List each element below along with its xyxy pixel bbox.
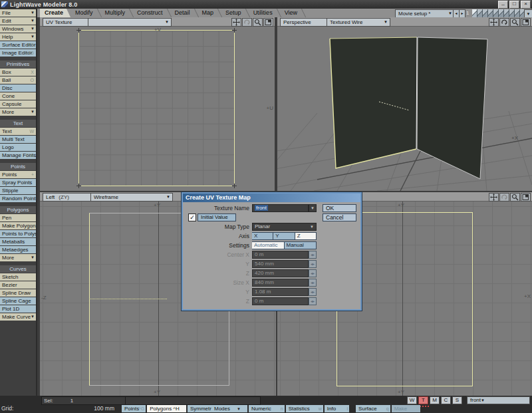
ok-button[interactable]: OK (323, 204, 356, 212)
sidebar-item[interactable]: Spline Cage (0, 297, 36, 305)
sidebar-item[interactable]: Make Curve▼ (0, 313, 36, 321)
uv-render-mode-dropdown[interactable] (88, 18, 172, 27)
maximize-icon[interactable] (521, 193, 531, 202)
layer-button[interactable] (493, 9, 499, 17)
axis-option-button[interactable]: Z (295, 232, 317, 240)
side-render-mode-dropdown[interactable]: Wireframe (90, 193, 173, 202)
vmap-type-button[interactable]: T (418, 396, 428, 404)
sidebar-item[interactable]: Multi Text (0, 136, 36, 143)
layer-button[interactable] (509, 9, 515, 17)
rotate-icon[interactable] (242, 18, 252, 27)
axis-option-button[interactable]: Y (273, 232, 295, 240)
tab[interactable]: Setup (221, 9, 249, 17)
footer-tool-button[interactable]: Statisticsw (286, 405, 323, 412)
sidebar-item[interactable]: Metaballs (0, 238, 36, 245)
settings-option-button[interactable]: Manual (285, 241, 317, 249)
sidebar-item[interactable]: Surface EditorF5 (0, 41, 36, 49)
zoom-icon[interactable] (510, 18, 520, 27)
pan-icon[interactable] (489, 18, 499, 27)
sidebar-item[interactable]: Curves (0, 265, 36, 273)
pan-icon[interactable] (231, 18, 241, 27)
vmap-type-button[interactable]: C (441, 396, 451, 404)
layer-button[interactable] (477, 9, 483, 17)
pan-icon[interactable] (489, 193, 499, 202)
footer-tool-button[interactable]: Make (392, 405, 421, 412)
layer-button[interactable] (515, 9, 520, 17)
rotate-icon[interactable] (499, 18, 509, 27)
tab[interactable]: Map (198, 9, 221, 17)
layer-button[interactable] (483, 9, 488, 17)
tab[interactable]: View (280, 9, 305, 17)
layer-button[interactable] (504, 9, 509, 17)
tab[interactable]: Multiply (100, 9, 133, 17)
numeric-field-input[interactable]: 1.08 m (252, 288, 309, 296)
sidebar-item[interactable]: Stipple (0, 187, 36, 194)
sidebar-item[interactable]: Sketch (0, 273, 36, 281)
zoom-icon[interactable] (510, 193, 520, 202)
numeric-field-input[interactable]: 0 m (252, 251, 309, 259)
vmap-type-button[interactable]: W (407, 396, 417, 404)
uv-viewport[interactable]: +V +U (40, 27, 275, 191)
sidebar-item[interactable]: Pen (0, 214, 36, 221)
stepper-icon[interactable] (309, 288, 317, 296)
layer-button[interactable] (488, 9, 493, 17)
stepper-icon[interactable] (309, 260, 317, 268)
numeric-field-input[interactable]: 420 mm (252, 269, 309, 277)
initial-value-toggle[interactable]: Initial Value (198, 213, 236, 221)
stepper-icon[interactable] (309, 279, 317, 287)
selection-mode-button[interactable]: Points^G (122, 405, 146, 412)
sidebar-item[interactable]: Points (0, 163, 36, 170)
sidebar-item[interactable]: Points+ (0, 171, 36, 178)
footer-tool-button[interactable]: Modes▼ (211, 405, 247, 412)
sidebar-item[interactable]: BallO (0, 76, 36, 84)
stepper-icon[interactable] (309, 269, 317, 277)
sidebar-item[interactable]: File▼ (0, 9, 36, 17)
sidebar-item[interactable]: Edit▼ (0, 17, 36, 25)
numeric-field-input[interactable]: 0 m (252, 297, 309, 305)
perspective-render-mode-dropdown[interactable]: Textured Wire (327, 18, 390, 27)
sidebar-item[interactable]: More▼ (0, 254, 36, 261)
stepper-icon[interactable] (309, 251, 317, 259)
vmap-type-button[interactable]: S (452, 396, 462, 404)
sidebar-item[interactable]: Make Polygonp (0, 222, 36, 229)
vertex-map-dropdown[interactable]: front (467, 396, 530, 404)
close-button[interactable] (521, 1, 531, 9)
sidebar-item[interactable]: Points to Polys (0, 230, 36, 237)
cancel-button[interactable]: Cancel (323, 213, 356, 221)
layer-button[interactable] (499, 9, 504, 17)
initial-value-checkbox[interactable] (188, 213, 196, 221)
sidebar-item[interactable]: Plot 1D (0, 305, 36, 313)
sidebar-item[interactable]: Help▼ (0, 33, 36, 41)
selection-mode-button[interactable]: Polygons ^H (147, 405, 186, 412)
sidebar-item[interactable]: More▼ (0, 108, 36, 116)
footer-tool-button[interactable]: Infoi (325, 405, 349, 412)
texture-name-input[interactable]: front (252, 204, 309, 212)
axis-option-button[interactable]: X (252, 232, 273, 240)
maximize-icon[interactable] (263, 18, 273, 27)
settings-option-button[interactable]: Automatic (252, 241, 285, 249)
map-type-dropdown[interactable]: Planar (252, 223, 317, 231)
zoom-icon[interactable] (253, 18, 263, 27)
layer-button[interactable] (472, 9, 477, 17)
sidebar-item[interactable]: Spray Points (0, 179, 36, 186)
sidebar-item[interactable]: Disc (0, 84, 36, 92)
numeric-field-input[interactable]: 840 mm (252, 279, 309, 287)
tab[interactable]: Create (40, 9, 70, 17)
vmap-type-button[interactable]: M (430, 396, 440, 404)
perspective-viewport[interactable]: +X (277, 27, 532, 191)
stepper-icon[interactable] (309, 297, 317, 305)
minimize-button[interactable] (498, 1, 508, 9)
sidebar-item[interactable]: Capsule (0, 100, 36, 108)
sidebar-item[interactable]: Metaedges (0, 246, 36, 253)
texture-name-dropdown-button[interactable] (309, 204, 317, 212)
sidebar-item[interactable]: BoxX (0, 69, 36, 76)
tab[interactable]: Construct (132, 9, 170, 17)
sidebar-item[interactable]: Polygons (0, 206, 36, 213)
sidebar-item[interactable]: Random Points (0, 195, 36, 202)
numeric-field-input[interactable]: 540 mm (252, 260, 309, 268)
tab[interactable]: Utilities (249, 9, 280, 17)
tab[interactable]: Detail (170, 9, 198, 17)
maximize-icon[interactable] (521, 18, 531, 27)
sidebar-item[interactable]: TextW (0, 128, 36, 135)
sidebar-item[interactable]: Manage FontsF10 (0, 152, 36, 159)
